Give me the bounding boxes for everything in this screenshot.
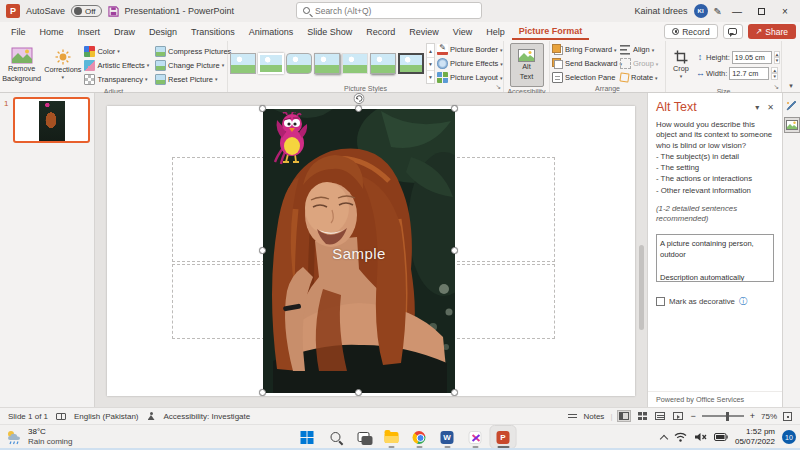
group-button[interactable]: Group▾ <box>620 57 663 70</box>
taskbar-powerpoint-button[interactable]: P <box>491 426 516 448</box>
slideshow-button[interactable] <box>672 411 684 421</box>
picture-style-thumbnail[interactable] <box>286 53 312 74</box>
close-button[interactable]: × <box>776 2 794 20</box>
zoom-out-button[interactable]: − <box>690 411 695 421</box>
zoom-in-button[interactable]: + <box>750 411 755 421</box>
picture-effects-button[interactable]: Picture Effects▾ <box>437 57 501 70</box>
language-status[interactable]: English (Pakistan) <box>74 412 138 421</box>
save-icon[interactable] <box>108 6 119 17</box>
align-button[interactable]: Align▾ <box>620 43 663 56</box>
minimize-button[interactable]: — <box>728 2 746 20</box>
transparency-button[interactable]: Transparency▾ <box>84 73 153 86</box>
alt-text-button[interactable]: Alt Text <box>510 43 544 87</box>
gallery-down-icon[interactable]: ▼ <box>427 57 434 70</box>
tab-slide-show[interactable]: Slide Show <box>300 25 359 39</box>
tray-chevron-up-icon[interactable] <box>660 434 668 442</box>
picture-styles-dialog-launcher-icon[interactable]: ↘ <box>496 83 501 91</box>
mark-decorative-checkbox[interactable] <box>656 297 665 306</box>
size-dialog-launcher-icon[interactable]: ↘ <box>774 83 779 91</box>
gallery-more-icon[interactable]: ▼ <box>427 70 434 83</box>
spellcheck-book-icon[interactable] <box>56 413 66 420</box>
taskbar-clock[interactable]: 1:52 pm 05/07/2022 <box>735 427 775 447</box>
volume-muted-icon[interactable] <box>694 432 707 442</box>
resize-handle-bottom-left[interactable] <box>259 389 266 396</box>
weather-widget[interactable]: 38°C Rain coming <box>6 427 72 447</box>
slide-thumbnail[interactable] <box>13 97 90 143</box>
powerpoint-app-icon[interactable]: P <box>6 4 20 18</box>
slide-sorter-button[interactable] <box>636 411 648 421</box>
taskbar-search-button[interactable] <box>323 426 348 448</box>
zoom-level[interactable]: 75% <box>761 412 777 421</box>
taskbar-file-explorer-button[interactable] <box>379 426 404 448</box>
accessibility-status[interactable]: Accessibility: Investigate <box>164 412 251 421</box>
pane-options-chevron-icon[interactable]: ▾ <box>755 103 759 112</box>
change-picture-button[interactable]: Change Picture▾ <box>155 59 225 72</box>
spin-down-icon[interactable]: ▼ <box>774 57 780 64</box>
editing-pen-icon[interactable]: ✎ <box>714 6 722 17</box>
height-input[interactable] <box>732 51 772 64</box>
tab-draw[interactable]: Draw <box>107 25 142 39</box>
bring-forward-button[interactable]: Bring Forward▾ <box>552 43 618 56</box>
designer-pen-icon[interactable] <box>784 97 800 113</box>
tab-design[interactable]: Design <box>142 25 184 39</box>
picture-layout-button[interactable]: Picture Layout▾ <box>437 71 501 84</box>
picture-border-button[interactable]: ✎Picture Border▾ <box>437 43 501 56</box>
collapse-ribbon-icon[interactable]: ▾ <box>789 82 793 90</box>
fit-slide-icon[interactable] <box>783 412 792 421</box>
remove-background-button[interactable]: Remove Background <box>2 43 41 87</box>
resize-handle-bottom[interactable] <box>355 389 362 396</box>
tab-transitions[interactable]: Transitions <box>184 25 242 39</box>
crop-button[interactable]: Crop ▾ <box>668 43 694 87</box>
corrections-button[interactable]: Corrections ▾ <box>43 43 82 87</box>
width-input[interactable] <box>729 67 769 80</box>
gallery-up-icon[interactable]: ▲ <box>427 44 434 57</box>
resize-handle-left[interactable] <box>259 247 266 254</box>
rotate-button[interactable]: Rotate▾ <box>620 71 663 84</box>
width-spinner[interactable]: ▲▼ <box>771 67 778 80</box>
slide-indicator[interactable]: Slide 1 of 1 <box>8 412 48 421</box>
maximize-button[interactable] <box>752 2 770 20</box>
height-spinner[interactable]: ▲▼ <box>774 51 780 64</box>
decorative-info-icon[interactable]: ⓘ <box>739 296 747 307</box>
artistic-effects-button[interactable]: Artistic Effects▾ <box>84 59 153 72</box>
tab-picture-format[interactable]: Picture Format <box>512 24 590 40</box>
zoom-slider[interactable] <box>702 415 744 417</box>
pane-close-icon[interactable]: ✕ <box>767 103 774 112</box>
taskbar-task-view-button[interactable] <box>351 426 376 448</box>
taskbar-word-button[interactable]: W <box>435 426 460 448</box>
battery-icon[interactable] <box>714 433 728 441</box>
canvas-scrollbar[interactable] <box>639 245 644 330</box>
tab-record[interactable]: Record <box>359 25 402 39</box>
share-button[interactable]: ↗Share <box>748 24 796 39</box>
taskbar-snipping-tool-button[interactable] <box>463 426 488 448</box>
tab-insert[interactable]: Insert <box>71 25 108 39</box>
alt-text-pane-icon[interactable] <box>784 117 800 133</box>
resize-handle-right[interactable] <box>451 247 458 254</box>
color-button[interactable]: Color▾ <box>84 45 153 58</box>
resize-handle-top[interactable] <box>355 105 362 112</box>
autosave-toggle[interactable]: Off <box>71 5 102 17</box>
wifi-icon[interactable] <box>674 432 687 442</box>
picture-style-thumbnail[interactable] <box>342 53 368 74</box>
picture-style-thumbnail[interactable] <box>258 53 284 74</box>
resize-handle-top-left[interactable] <box>259 105 266 112</box>
tab-review[interactable]: Review <box>402 25 446 39</box>
comments-button[interactable] <box>723 24 743 39</box>
tab-home[interactable]: Home <box>33 25 71 39</box>
selected-picture[interactable]: Sample <box>263 109 455 393</box>
picture-style-thumbnail[interactable] <box>230 53 256 74</box>
search-input[interactable] <box>315 6 465 16</box>
picture-style-thumbnail-selected[interactable] <box>398 53 424 74</box>
rotate-handle-icon[interactable] <box>354 93 365 104</box>
resize-handle-bottom-right[interactable] <box>451 389 458 396</box>
tab-file[interactable]: File <box>4 25 33 39</box>
tab-view[interactable]: View <box>446 25 479 39</box>
compress-pictures-button[interactable]: Compress Pictures <box>155 45 225 58</box>
zoom-slider-thumb[interactable] <box>726 412 730 421</box>
selection-pane-button[interactable]: Selection Pane <box>552 71 618 84</box>
record-button[interactable]: Record <box>664 24 717 39</box>
alt-text-textarea[interactable]: A picture containing person, outdoor Des… <box>656 234 774 282</box>
normal-view-button[interactable] <box>618 411 630 421</box>
tab-animations[interactable]: Animations <box>242 25 301 39</box>
resize-handle-top-right[interactable] <box>451 105 458 112</box>
